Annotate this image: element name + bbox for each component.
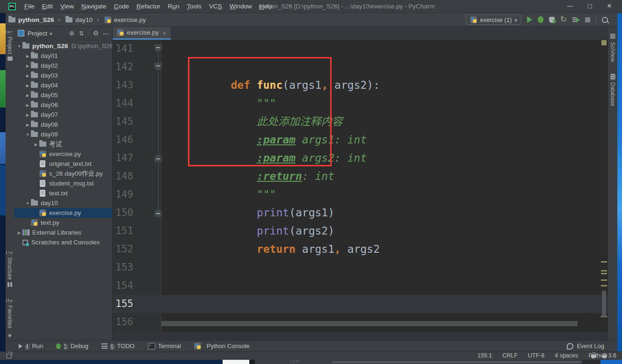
code-line[interactable]: 155 xyxy=(113,295,608,313)
lock-icon[interactable] xyxy=(591,355,596,358)
error-stripe-mark[interactable] xyxy=(601,279,607,281)
tree-row[interactable]: day01 xyxy=(14,51,112,61)
tree-caret-icon[interactable] xyxy=(24,90,31,100)
debug-button[interactable] xyxy=(538,16,543,23)
tree-row[interactable]: text.py xyxy=(14,218,112,228)
fold-marker-icon[interactable] xyxy=(154,63,162,71)
breadcrumb-item[interactable]: python_S26 xyxy=(7,16,65,23)
collapse-all-icon[interactable] xyxy=(79,29,84,37)
menu-item[interactable]: Refactor xyxy=(133,0,164,13)
tool-stripe-button-project[interactable]: 1: Project xyxy=(7,30,13,61)
menu-item[interactable]: Edit xyxy=(38,0,57,13)
tool-stripe-button[interactable]: SciView xyxy=(609,31,616,62)
hector-inspector-icon[interactable] xyxy=(602,353,607,358)
tree-row[interactable]: student_msg.txt xyxy=(14,178,112,188)
code-line[interactable]: 142 """ xyxy=(113,58,608,76)
hide-panel-icon[interactable] xyxy=(103,29,108,37)
fold-marker-icon[interactable] xyxy=(154,208,162,217)
tree-caret-icon[interactable] xyxy=(24,50,31,61)
code-line[interactable]: 145 :param args2: int xyxy=(113,113,608,131)
fold-marker-icon[interactable] xyxy=(154,44,162,53)
tool-stripe-button[interactable]: 2: Favorites xyxy=(7,299,13,339)
tree-row[interactable]: day02 xyxy=(14,61,112,71)
tree-caret-icon[interactable] xyxy=(24,60,31,71)
tree-row[interactable]: exercise.py xyxy=(14,149,112,159)
tab-close-icon[interactable] xyxy=(161,29,166,37)
code-line[interactable]: 152 xyxy=(113,240,608,258)
tree-row[interactable]: day03 xyxy=(14,71,112,80)
tool-stripe-button[interactable]: 7: Structure xyxy=(7,251,13,287)
tree-row[interactable]: day06 xyxy=(14,100,112,110)
status-item[interactable]: UTF-8 xyxy=(528,352,544,360)
code-line[interactable]: 144 :param args1: int xyxy=(113,94,608,113)
tree-row[interactable]: day05 xyxy=(14,90,112,100)
code-line[interactable]: 143 此处添加注释内容 xyxy=(113,76,608,94)
run-configuration-select[interactable]: exercise (1) xyxy=(466,14,521,25)
menu-item[interactable]: Window xyxy=(226,0,256,13)
tree-row[interactable]: Scratches and Consoles xyxy=(14,237,112,247)
horizontal-scrollbar[interactable] xyxy=(161,321,578,326)
menu-item[interactable]: VCS xyxy=(205,0,226,13)
error-stripe-mark[interactable] xyxy=(601,285,607,286)
code-line[interactable]: 148 print(args1) xyxy=(113,167,608,186)
tree-row[interactable]: s_26 day09作业.py xyxy=(14,169,112,178)
tree-row[interactable]: day10 xyxy=(14,198,112,208)
project-panel-title[interactable]: Project xyxy=(28,30,47,37)
tool-stripe-button[interactable]: Database xyxy=(609,74,616,106)
tree-caret-icon[interactable] xyxy=(33,139,39,150)
error-stripe-mark[interactable] xyxy=(601,261,607,263)
code-line[interactable]: 150 return args1, args2 xyxy=(113,204,608,222)
run-with-coverage-button[interactable] xyxy=(549,17,555,23)
code-line[interactable]: 141 def func(args1, args2): xyxy=(113,40,608,58)
tool-window-button[interactable]: 4: Run xyxy=(19,343,43,350)
breadcrumb-item[interactable]: day10 xyxy=(65,16,103,23)
menu-item[interactable]: Code xyxy=(110,0,132,13)
code-line[interactable]: 153 xyxy=(113,258,608,277)
menu-item[interactable]: Tools xyxy=(183,0,205,13)
tree-caret-icon[interactable] xyxy=(24,109,31,120)
tool-window-button[interactable]: 6: TODO xyxy=(101,343,135,350)
tree-caret-icon[interactable] xyxy=(24,100,31,110)
code-editor[interactable]: 141 def func(args1, args2): 142 """ xyxy=(113,40,608,332)
tree-caret-icon[interactable] xyxy=(24,119,31,130)
tree-row[interactable]: day07 xyxy=(14,110,112,120)
code-line[interactable]: 147 """ xyxy=(113,149,608,167)
code-line[interactable]: 151 xyxy=(113,222,608,240)
menu-item[interactable]: Navigate xyxy=(78,0,110,13)
tab-exercise-py[interactable]: exercise.py xyxy=(113,27,171,40)
tree-row[interactable]: 考试 xyxy=(14,139,112,149)
search-everywhere-button[interactable] xyxy=(602,17,608,23)
locate-file-icon[interactable] xyxy=(69,29,75,37)
error-stripe-mark[interactable] xyxy=(601,270,607,271)
tree-row[interactable]: python_S26 D:\python_S26 xyxy=(14,41,112,51)
tree-caret-icon[interactable] xyxy=(24,129,31,140)
tree-caret-icon[interactable] xyxy=(24,80,31,91)
code-line[interactable]: 149 print(args2) xyxy=(113,186,608,204)
minimize-button[interactable] xyxy=(560,0,580,13)
tool-window-button[interactable]: Terminal xyxy=(148,343,181,350)
code-line[interactable]: 154 xyxy=(113,277,608,295)
chevron-down-icon[interactable] xyxy=(47,29,52,37)
gear-icon[interactable] xyxy=(93,29,99,37)
profile-button[interactable] xyxy=(560,15,567,24)
tree-row[interactable]: day09 xyxy=(14,129,112,139)
concurrency-diagram-button[interactable] xyxy=(572,17,579,22)
tree-caret-icon[interactable] xyxy=(24,198,31,208)
error-stripe-mark[interactable] xyxy=(601,273,607,274)
menu-item[interactable]: View xyxy=(57,0,78,13)
code-line[interactable]: 146 :return: int xyxy=(113,131,608,149)
menu-item[interactable]: File xyxy=(21,0,38,13)
close-button[interactable] xyxy=(600,0,619,13)
fold-marker-icon[interactable] xyxy=(154,154,162,162)
tree-row[interactable]: exercise.py xyxy=(14,208,112,218)
tree-row[interactable]: original_text.txt xyxy=(14,159,112,169)
run-button[interactable] xyxy=(527,16,532,23)
tree-row[interactable]: day04 xyxy=(14,80,112,90)
status-item[interactable]: 4 spaces xyxy=(555,352,578,360)
toolwindow-toggle-icon[interactable] xyxy=(7,354,11,358)
tree-caret-icon[interactable] xyxy=(16,227,22,238)
tree-caret-icon[interactable] xyxy=(16,41,22,51)
tool-window-button[interactable]: 5: Debug xyxy=(56,343,88,350)
status-item[interactable]: CRLF xyxy=(502,352,518,360)
inspection-status-square[interactable] xyxy=(601,40,607,45)
